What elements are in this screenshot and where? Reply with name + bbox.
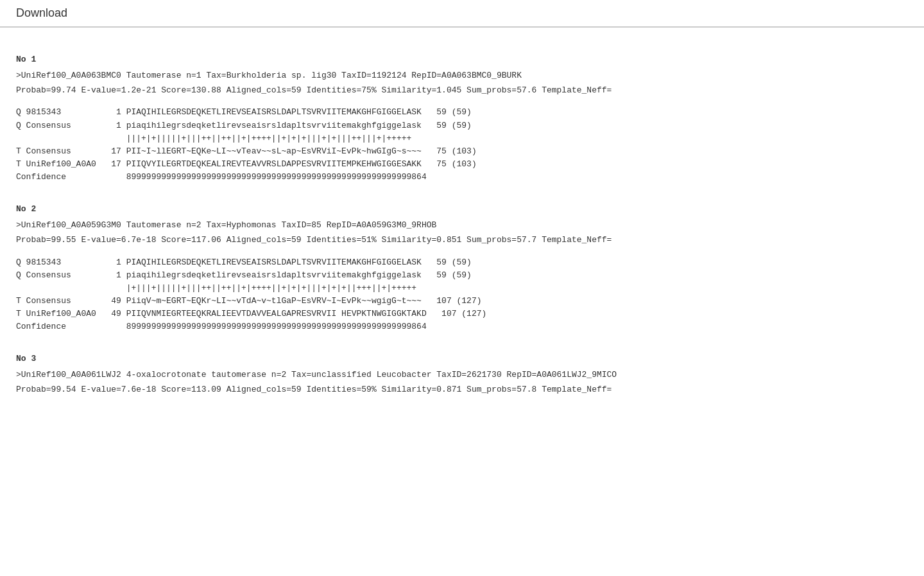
hit-header-3: >UniRef100_A0A061LWJ2 4-oxalocrotonate t… <box>16 369 908 382</box>
hit-block-2: No 2>UniRef100_A0A059G3M0 Tautomerase n=… <box>16 203 908 333</box>
hit-header-1: >UniRef100_A0A063BMC0 Tautomerase n=1 Ta… <box>16 69 908 83</box>
hit-number-2: No 2 <box>16 203 908 216</box>
alignment-row: T Consensus 49 PiiqV~m~EGRT~EQKr~LI~~vTd… <box>16 295 908 308</box>
alignment-row: Q Consensus 1 piaqihilegrsdeqketlirevsea… <box>16 119 908 132</box>
hit-number-1: No 1 <box>16 53 908 67</box>
hit-stats-1: Probab=99.74 E-value=1.2e-21 Score=130.8… <box>16 84 908 98</box>
alignment-row: |+|||+|||||+|||++||++||+|++++||+|+|+|||+… <box>16 282 908 295</box>
alignment-row: Q Consensus 1 piaqihilegrsdeqketlirevsea… <box>16 269 908 282</box>
alignment-row: T UniRef100_A0A0 17 PIIQVYILEGRTDEQKEALI… <box>16 158 908 171</box>
alignment-block-2: Q 9815343 1 PIAQIHILEGRSDEQKETLIREVSEAIS… <box>16 256 908 334</box>
hit-header-2: >UniRef100_A0A059G3M0 Tautomerase n=2 Ta… <box>16 219 908 232</box>
hit-block-1: No 1>UniRef100_A0A063BMC0 Tautomerase n=… <box>16 53 908 184</box>
alignment-row: Q 9815343 1 PIAQIHILEGRSDEQKETLIREVSEAIS… <box>16 106 908 119</box>
hit-block-3: No 3>UniRef100_A0A061LWJ2 4-oxalocrotona… <box>16 353 908 396</box>
download-button[interactable]: Download <box>16 6 67 20</box>
alignment-row: Q 9815343 1 PIAQIHILEGRSDEQKETLIREVSEAIS… <box>16 256 908 269</box>
divider <box>0 27 924 28</box>
alignment-row: Confidence 89999999999999999999999999999… <box>16 320 908 333</box>
alignment-row: Confidence 89999999999999999999999999999… <box>16 171 908 184</box>
alignment-block-1: Q 9815343 1 PIAQIHILEGRSDEQKETLIREVSEAIS… <box>16 106 908 184</box>
alignment-row: |||+|+|||||+|||++||++||+|++++||+|+|+|||+… <box>16 132 908 145</box>
alignment-row: T Consensus 17 PII~I~llEGRT~EQKe~LI~~vTe… <box>16 145 908 158</box>
top-bar: Download <box>0 0 924 27</box>
content-area: No 1>UniRef100_A0A063BMC0 Tautomerase n=… <box>0 40 924 429</box>
alignment-row: T UniRef100_A0A0 49 PIIQVNMIEGRTEEQKRALI… <box>16 308 908 320</box>
hit-stats-2: Probab=99.55 E-value=6.7e-18 Score=117.0… <box>16 234 908 247</box>
hit-number-3: No 3 <box>16 353 908 366</box>
hits-container: No 1>UniRef100_A0A063BMC0 Tautomerase n=… <box>16 53 908 397</box>
hit-stats-3: Probab=99.54 E-value=7.6e-18 Score=113.0… <box>16 383 908 397</box>
